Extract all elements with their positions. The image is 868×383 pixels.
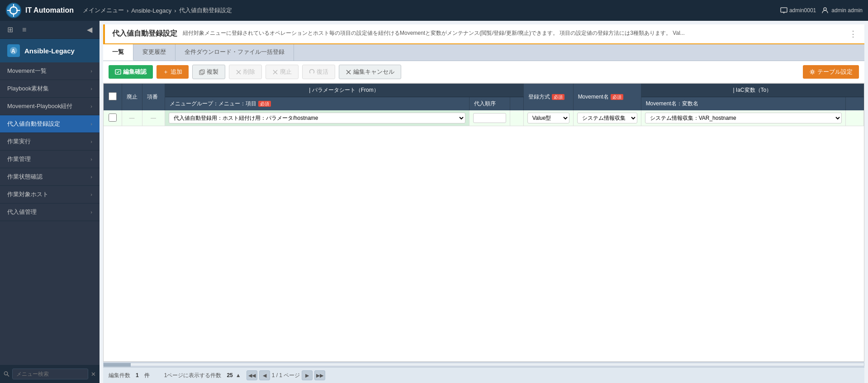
col-header-parameter-sheet: | パラメータシート（From）: [165, 84, 523, 97]
delete-button[interactable]: 削除: [229, 65, 262, 79]
per-page-dropdown-icon[interactable]: ▲: [236, 372, 241, 378]
sidebar-item-label: 代入値管理: [7, 208, 37, 216]
monitor-icon: [780, 7, 787, 14]
chevron-icon: ›: [90, 86, 92, 91]
col-header-number: 項番: [142, 84, 165, 110]
sidebar-item-work-target[interactable]: 作業対象ホスト ›: [0, 186, 100, 203]
user-icon: [821, 7, 829, 14]
next-page-button[interactable]: ▶: [302, 370, 313, 380]
tab-download[interactable]: 全件ダウンロード・ファイル一括登録: [175, 44, 294, 61]
variable-name-select[interactable]: システム情報収集：VAR_hostname: [645, 113, 842, 123]
scroll-bar[interactable]: [103, 362, 864, 367]
sidebar-item-substitution-auto[interactable]: 代入値自動登録設定 ›: [0, 115, 100, 133]
sidebar-item-label: 作業対象ホスト: [7, 190, 48, 199]
edit-count-value: 1: [136, 372, 139, 378]
breadcrumb-sep2: ›: [174, 7, 176, 14]
movement-name-select[interactable]: システム情報収集: [577, 113, 637, 123]
per-page-value: 25: [227, 372, 232, 378]
sidebar-item-label: Movement一覧: [7, 67, 47, 75]
edit-confirm-button[interactable]: 編集確認: [109, 65, 153, 79]
svg-rect-6: [781, 8, 787, 12]
sidebar-item-label: Playbook素材集: [7, 85, 49, 93]
table-row: — — 代入値自動登録用：ホスト紐付け用：パラメータ/hostname: [104, 110, 864, 126]
header-actions: admin0001 admin admin: [780, 7, 863, 14]
tab-history[interactable]: 変更履歴: [133, 44, 175, 61]
sidebar-search-bar: ✕: [0, 365, 100, 383]
col-header-menu-item: メニューグループ：メニュー：項目必須: [165, 97, 469, 111]
row-menu-item-cell[interactable]: 代入値自動登録用：ホスト紐付け用：パラメータ/hostname: [165, 110, 469, 126]
settings-icon: [809, 69, 816, 75]
order-input[interactable]: [473, 113, 506, 123]
user-name: admin admin: [831, 7, 863, 14]
tabs-bar: 一覧 変更履歴 全件ダウンロード・ファイル一括登録: [103, 44, 864, 61]
list-icon[interactable]: ≡: [20, 24, 28, 36]
sidebar-top-bar: ⊞ ≡ ◀: [0, 21, 100, 39]
chevron-icon: ›: [90, 104, 92, 109]
add-button[interactable]: ＋ 追加: [157, 65, 189, 79]
col-header-empty: [510, 97, 523, 111]
chevron-icon: ›: [90, 209, 92, 215]
sidebar-item-movement-list[interactable]: Movement一覧 ›: [0, 62, 100, 80]
edit-cancel-button[interactable]: 編集キャンセル: [339, 65, 401, 79]
svg-point-25: [811, 71, 814, 73]
breadcrumb-home[interactable]: メインメニュー: [83, 6, 124, 14]
chevron-icon: ›: [90, 139, 92, 144]
row-number-cell: —: [142, 110, 165, 126]
ansible-icon: A: [9, 46, 18, 55]
toolbar: 編集確認 ＋ 追加 複製 削除: [103, 61, 864, 83]
sidebar-item-work-manage[interactable]: 作業管理 ›: [0, 151, 100, 168]
page-info: 1 / 1 ページ: [272, 372, 300, 379]
prev-page-button[interactable]: ◀: [259, 370, 270, 380]
menu-item-select[interactable]: 代入値自動登録用：ホスト紐付け用：パラメータ/hostname: [169, 113, 465, 123]
sidebar-nav: Movement一覧 › Playbook素材集 › Movement-Play…: [0, 62, 100, 365]
logo-icon: [5, 2, 22, 19]
user-info[interactable]: admin admin: [821, 7, 863, 14]
row-variable-name-cell[interactable]: システム情報収集：VAR_hostname: [641, 110, 845, 126]
copy-button[interactable]: 複製: [192, 65, 225, 79]
edit-cancel-icon: [346, 69, 351, 75]
breadcrumb: メインメニュー › Ansible-Legacy › 代入値自動登録設定: [83, 6, 780, 14]
page-title: 代入値自動登録設定: [112, 29, 177, 38]
sidebar-item-substitution-manage[interactable]: 代入値管理 ›: [0, 203, 100, 221]
col-header-variable-name: Movement名：変数名: [641, 97, 845, 111]
chevron-icon: ›: [90, 192, 92, 197]
discard-button[interactable]: 廃止: [266, 65, 299, 79]
per-page-selector[interactable]: 25 ▲: [227, 372, 241, 378]
edit-count-unit: 件: [144, 372, 150, 379]
search-clear-button[interactable]: ✕: [91, 371, 96, 378]
sidebar-item-movement-playbook[interactable]: Movement-Playbook紐付 ›: [0, 98, 100, 115]
page-header: 代入値自動登録設定 紐付対象メニューに登録されているオペレーションとホスト毎の項…: [103, 24, 864, 44]
svg-line-16: [118, 71, 119, 73]
select-all-checkbox[interactable]: [109, 92, 117, 100]
svg-text:A: A: [11, 48, 15, 54]
tab-list[interactable]: 一覧: [103, 44, 133, 61]
table-wrapper[interactable]: 廃止 項番 | パラメータシート（From） 登録方式必須 Movement名必…: [103, 83, 864, 362]
breadcrumb-parent[interactable]: Ansible-Legacy: [131, 7, 171, 14]
collapse-icon[interactable]: ◀: [85, 24, 94, 36]
discard-icon: [272, 69, 278, 75]
more-options-icon[interactable]: ⋮: [849, 29, 857, 39]
restore-button[interactable]: 復活: [302, 65, 335, 79]
registration-type-select[interactable]: Value型: [527, 113, 569, 123]
sidebar-item-playbook[interactable]: Playbook素材集 ›: [0, 80, 100, 98]
search-input[interactable]: [12, 369, 88, 379]
col-header-checkbox: [104, 84, 122, 110]
svg-line-13: [7, 374, 9, 376]
table-settings-button[interactable]: テーブル設定: [803, 65, 859, 79]
last-page-button[interactable]: ▶▶: [314, 370, 325, 380]
sidebar: ⊞ ≡ ◀ A Ansible-Legacy Movement一覧 › Play…: [0, 21, 100, 383]
col-header-discard: 廃止: [122, 84, 142, 110]
sidebar-item-work-status[interactable]: 作業状態確認 ›: [0, 168, 100, 186]
row-checkbox-cell[interactable]: [104, 110, 122, 126]
app-header: IT Automation メインメニュー › Ansible-Legacy ›…: [0, 0, 868, 21]
row-checkbox[interactable]: [109, 113, 117, 122]
sidebar-app-name: Ansible-Legacy: [24, 47, 75, 55]
row-order-cell[interactable]: [469, 110, 510, 126]
first-page-button[interactable]: ◀◀: [247, 370, 257, 380]
breadcrumb-current: 代入値自動登録設定: [179, 6, 232, 14]
row-registration-type-cell[interactable]: Value型: [523, 110, 573, 126]
grid-icon[interactable]: ⊞: [5, 24, 15, 36]
sidebar-item-work-execute[interactable]: 作業実行 ›: [0, 133, 100, 151]
row-movement-name-cell[interactable]: システム情報収集: [573, 110, 641, 126]
sidebar-app-icon: A: [7, 44, 20, 57]
